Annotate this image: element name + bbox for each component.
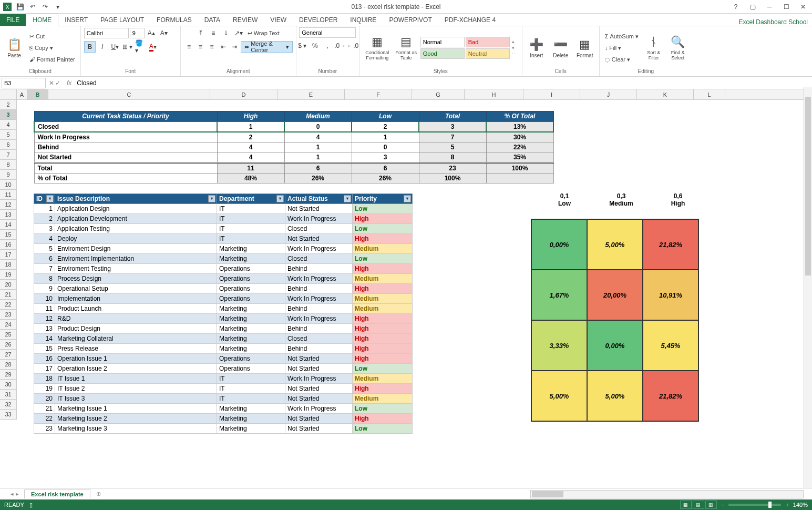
- fill-button[interactable]: ↓Fill ▾: [603, 43, 641, 53]
- add-sheet-icon[interactable]: ⊕: [94, 491, 104, 497]
- row-header[interactable]: 20: [0, 280, 16, 290]
- table-row[interactable]: % of Total48%26%26%100%: [34, 174, 553, 183]
- table-row[interactable]: 2Application DevelopmentITWork In Progre…: [34, 214, 413, 224]
- align-middle-icon[interactable]: ≡: [208, 27, 219, 39]
- matrix-cell[interactable]: 20,00%: [587, 270, 643, 320]
- row-header[interactable]: 23: [0, 310, 16, 320]
- grow-font-icon[interactable]: A▴: [146, 27, 157, 39]
- orientation-icon[interactable]: ↗▾: [233, 27, 244, 39]
- table-row[interactable]: 1Application DesignITNot StartedLow: [34, 204, 413, 214]
- wrap-text-button[interactable]: ↩Wrap Text: [245, 28, 282, 38]
- copy-button[interactable]: ⎘Copy ▾: [27, 43, 77, 53]
- table-row[interactable]: 17Operation Issue 2OperationsNot Started…: [34, 364, 413, 374]
- zoom-level[interactable]: 140%: [793, 502, 808, 508]
- table-row[interactable]: Behind410522%: [34, 142, 553, 152]
- column-header[interactable]: Department▾: [217, 194, 285, 204]
- align-right-icon[interactable]: ≡: [207, 41, 217, 53]
- table-row[interactable]: 21Marketing Issue 1MarketingWork In Prog…: [34, 404, 413, 414]
- borders-icon[interactable]: ⊞ ▾: [122, 41, 133, 53]
- row-header[interactable]: 17: [0, 250, 16, 260]
- row-header[interactable]: 29: [0, 370, 16, 380]
- matrix-cell[interactable]: 5,00%: [587, 219, 643, 270]
- cell-style-normal[interactable]: Normal: [420, 37, 465, 47]
- minimize-icon[interactable]: ─: [763, 2, 776, 12]
- find-select-button[interactable]: 🔍Find & Select: [667, 30, 689, 66]
- styles-more-icon[interactable]: ⋯: [512, 52, 517, 57]
- italic-button[interactable]: I: [97, 41, 108, 53]
- matrix-cell[interactable]: 1,67%: [531, 270, 587, 320]
- qat-customize-icon[interactable]: ▾: [53, 2, 63, 12]
- matrix-cell[interactable]: 5,45%: [643, 320, 698, 371]
- bold-button[interactable]: B: [84, 41, 96, 53]
- column-header[interactable]: J: [580, 89, 637, 99]
- vscroll-thumb[interactable]: [805, 97, 811, 276]
- filter-icon[interactable]: ▾: [276, 195, 284, 202]
- row-header[interactable]: 30: [0, 380, 16, 390]
- column-header[interactable]: G: [412, 89, 465, 99]
- fx-icon[interactable]: fx: [64, 79, 75, 87]
- row-header[interactable]: 32: [0, 400, 16, 410]
- redo-icon[interactable]: ↷: [40, 2, 50, 12]
- column-header[interactable]: A: [17, 89, 27, 99]
- column-header[interactable]: Actual Status▾: [285, 194, 353, 204]
- table-row[interactable]: 22Marketing Issue 2MarketingNot StartedH…: [34, 414, 413, 424]
- tab-data[interactable]: DATA: [198, 14, 227, 26]
- matrix-cell[interactable]: 10,91%: [643, 270, 698, 320]
- matrix-cell[interactable]: 21,82%: [643, 219, 698, 270]
- fill-color-icon[interactable]: 🪣▾: [135, 41, 146, 53]
- help-icon[interactable]: ?: [729, 2, 743, 12]
- horizontal-scrollbar[interactable]: [530, 490, 804, 498]
- number-format-select[interactable]: General: [299, 27, 356, 38]
- ribbon-options-icon[interactable]: ▢: [746, 2, 759, 12]
- column-header[interactable]: K: [637, 89, 694, 99]
- table-row[interactable]: 5Enviroment DesignMarketingWork In Progr…: [34, 244, 413, 254]
- zoom-slider[interactable]: [728, 504, 781, 506]
- tab-developer[interactable]: DEVELOPER: [293, 14, 344, 26]
- column-header[interactable]: E: [277, 89, 345, 99]
- tab-inquire[interactable]: INQUIRE: [344, 14, 383, 26]
- addins-label[interactable]: Excel Dashboard School: [739, 18, 812, 26]
- table-row[interactable]: 16Operation Issue 1OperationsNot Started…: [34, 354, 413, 364]
- table-row[interactable]: 7Enviroment TestingOperationsBehindHigh: [34, 264, 413, 274]
- filter-icon[interactable]: ▾: [404, 195, 411, 202]
- formula-input[interactable]: [75, 78, 812, 88]
- font-name-select[interactable]: Calibri: [84, 28, 129, 38]
- cut-button[interactable]: ✂Cut: [27, 31, 77, 42]
- row-header[interactable]: 24: [0, 320, 16, 330]
- row-header[interactable]: 28: [0, 360, 16, 370]
- align-center-icon[interactable]: ≡: [195, 41, 205, 53]
- row-header[interactable]: 9: [0, 170, 16, 180]
- table-row[interactable]: 14Marketing CollateralMarketingClosedHig…: [34, 334, 413, 344]
- column-header[interactable]: Issue Description▾: [55, 194, 217, 204]
- row-header[interactable]: 5: [0, 130, 16, 140]
- matrix-cell[interactable]: 5,00%: [587, 371, 643, 421]
- align-top-icon[interactable]: ⤒: [195, 27, 207, 39]
- table-row[interactable]: 4DeployITNot StartedHigh: [34, 234, 413, 244]
- spreadsheet-grid[interactable]: ABCDEFGHIJKL 234567891011121314151617181…: [0, 89, 812, 504]
- column-header[interactable]: H: [465, 89, 523, 99]
- paste-button[interactable]: 📋Paste: [3, 30, 25, 66]
- tab-home[interactable]: HOME: [26, 14, 58, 26]
- table-row[interactable]: 10ImplementationOperationsWork In Progre…: [34, 294, 413, 304]
- table-row[interactable]: Closed102313%: [34, 121, 553, 132]
- format-as-table-button[interactable]: ▤Format as Table: [394, 30, 418, 66]
- shrink-font-icon[interactable]: A▾: [158, 27, 170, 39]
- row-header[interactable]: 3: [0, 110, 16, 120]
- conditional-formatting-button[interactable]: ▦Conditional Formatting: [363, 30, 392, 66]
- tab-review[interactable]: REVIEW: [227, 14, 264, 26]
- comma-icon[interactable]: ,: [322, 40, 333, 52]
- clear-button[interactable]: ◌Clear ▾: [603, 54, 641, 65]
- column-header[interactable]: B: [27, 89, 48, 99]
- filter-icon[interactable]: ▾: [46, 195, 54, 202]
- save-icon[interactable]: 💾: [15, 2, 25, 12]
- cell-style-good[interactable]: Good: [420, 48, 465, 59]
- row-header[interactable]: 21: [0, 290, 16, 300]
- matrix-cell[interactable]: 0,00%: [531, 219, 587, 270]
- column-header[interactable]: L: [694, 89, 725, 99]
- zoom-in-icon[interactable]: +: [785, 502, 788, 508]
- table-row[interactable]: 9Operational SetupOperationsBehindHigh: [34, 284, 413, 294]
- row-header[interactable]: 16: [0, 240, 16, 250]
- table-row[interactable]: 12R&DMarketingWork In ProgressHigh: [34, 314, 413, 324]
- table-row[interactable]: 20IT Issue 3ITNot StartedMedium: [34, 394, 413, 404]
- sheet-next-icon[interactable]: ▸: [16, 491, 19, 497]
